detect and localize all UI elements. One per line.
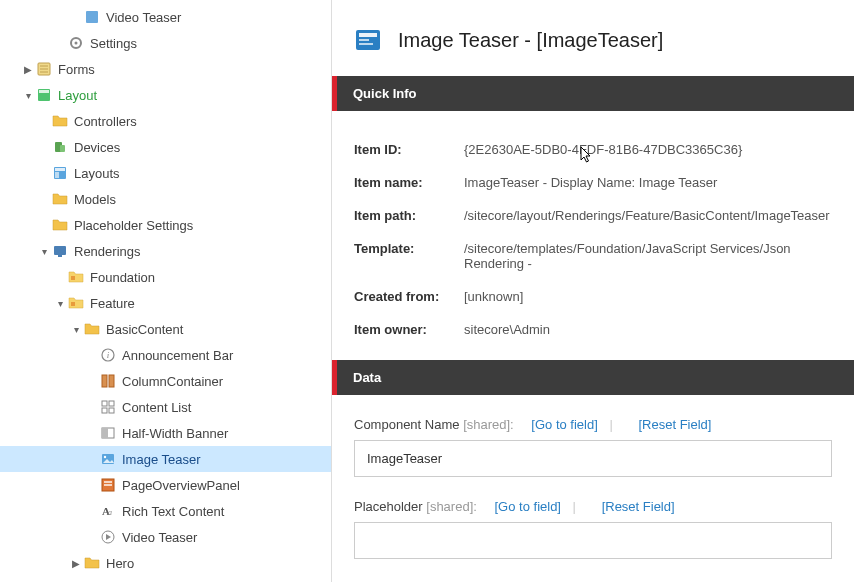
tree-node[interactable]: Placeholder Settings [0,212,331,238]
expander-icon[interactable]: ▾ [70,324,82,335]
expander-icon[interactable]: ▶ [22,64,34,75]
tree-node[interactable]: ▶Navigation [0,576,331,582]
tree-node[interactable]: ▾Feature [0,290,331,316]
devices-icon [52,139,68,155]
tree-node-label: Renderings [74,244,141,259]
tree-node[interactable]: ▶Forms [0,56,331,82]
grid-icon [100,399,116,415]
folder-icon [84,555,100,571]
form-icon [36,61,52,77]
tree-node-label: Hero [106,556,134,571]
quick-info-value: {2E2630AE-5DB0-4FDF-81B6-47DBC3365C36} [464,142,832,157]
layouts-blue-icon [52,165,68,181]
tree-node[interactable]: Video Teaser [0,4,331,30]
tree-node[interactable]: Rich Text Content [0,498,331,524]
svg-rect-2 [359,39,369,41]
rendering-icon [52,243,68,259]
folder-icon [84,321,100,337]
quick-info-value: /sitecore/layout/Renderings/Feature/Basi… [464,208,832,223]
tree-node[interactable]: Layouts [0,160,331,186]
goto-field-link[interactable]: [Go to field] [531,417,597,432]
expander-icon[interactable]: ▾ [38,246,50,257]
tree-node-label: Controllers [74,114,137,129]
quick-info-key: Item owner: [354,322,464,337]
box-blue-icon [84,9,100,25]
tree-node-label: PageOverviewPanel [122,478,240,493]
expander-icon[interactable]: ▶ [70,558,82,569]
quick-info-row: Created from:[unknown] [354,280,832,313]
tree-node-label: Forms [58,62,95,77]
tree-node[interactable]: ▾Layout [0,82,331,108]
panel-icon [100,477,116,493]
tree-node[interactable]: Image Teaser [0,446,331,472]
quick-info-value: [unknown] [464,289,832,304]
placeholder-input[interactable] [354,522,832,559]
tree-node[interactable]: Devices [0,134,331,160]
quick-info-row: Item path:/sitecore/layout/Renderings/Fe… [354,199,832,232]
tree-node-label: Announcement Bar [122,348,233,363]
tree-node-label: Video Teaser [106,10,181,25]
content-tree[interactable]: Video TeaserSettings▶Forms▾LayoutControl… [0,0,332,582]
folder-icon [52,191,68,207]
field-component-name: Component Name [shared]: [Go to field] |… [354,417,832,477]
gear-icon [68,35,84,51]
tree-node[interactable]: Content List [0,394,331,420]
tree-node[interactable]: ▶Hero [0,550,331,576]
component-name-input[interactable] [354,440,832,477]
layout-green-icon [36,87,52,103]
image-teaser-icon [100,451,116,467]
tree-node[interactable]: Half-Width Banner [0,420,331,446]
folder-icon [52,113,68,129]
field-placeholder: Placeholder [shared]: [Go to field] | [R… [354,499,832,559]
folder-icon [52,217,68,233]
tree-node[interactable]: Video Teaser [0,524,331,550]
tree-node[interactable]: Settings [0,30,331,56]
tree-node-label: Feature [90,296,135,311]
main-panel: Image Teaser - [ImageTeaser] Quick Info … [332,0,854,582]
svg-rect-1 [359,33,377,37]
tree-node-label: Rich Text Content [122,504,224,519]
quick-info-row: Template:/sitecore/templates/Foundation/… [354,232,832,280]
field-label: Placeholder [354,499,423,514]
half-icon [100,425,116,441]
expander-icon[interactable]: ▾ [54,298,66,309]
folder-yellow-icon [68,269,84,285]
tree-node[interactable]: ▾Renderings [0,238,331,264]
goto-field-link[interactable]: [Go to field] [495,499,561,514]
title-bar: Image Teaser - [ImageTeaser] [332,0,854,76]
quick-info-value: sitecore\Admin [464,322,832,337]
reset-field-link[interactable]: [Reset Field] [602,499,675,514]
tree-node-label: BasicContent [106,322,183,337]
data-body: Component Name [shared]: [Go to field] |… [332,395,854,582]
tree-node[interactable]: PageOverviewPanel [0,472,331,498]
tree-node[interactable]: Foundation [0,264,331,290]
richtext-icon [100,503,116,519]
tree-node[interactable]: ▾BasicContent [0,316,331,342]
quick-info-key: Template: [354,241,464,271]
tree-node-label: Placeholder Settings [74,218,193,233]
tree-node[interactable]: ColumnContainer [0,368,331,394]
section-quick-info[interactable]: Quick Info [332,76,854,111]
reset-field-link[interactable]: [Reset Field] [638,417,711,432]
tree-node-label: Content List [122,400,191,415]
page-title: Image Teaser - [ImageTeaser] [398,29,663,52]
quick-info-key: Item path: [354,208,464,223]
tree-node[interactable]: Controllers [0,108,331,134]
tree-node-label: Half-Width Banner [122,426,228,441]
tree-node-label: Foundation [90,270,155,285]
shared-tag: [shared]: [426,499,477,514]
quick-info-row: Item name:ImageTeaser - Display Name: Im… [354,166,832,199]
quick-info-body: Item ID:{2E2630AE-5DB0-4FDF-81B6-47DBC33… [332,111,854,360]
quick-info-key: Item ID: [354,142,464,157]
section-data[interactable]: Data [332,360,854,395]
expander-icon[interactable]: ▾ [22,90,34,101]
info-icon [100,347,116,363]
field-label: Component Name [354,417,460,432]
tree-node-label: Video Teaser [122,530,197,545]
quick-info-key: Item name: [354,175,464,190]
tree-node[interactable]: Announcement Bar [0,342,331,368]
quick-info-row: Item owner:sitecore\Admin [354,313,832,346]
tree-node[interactable]: Models [0,186,331,212]
tree-node-label: ColumnContainer [122,374,223,389]
folder-yellow-icon [68,295,84,311]
